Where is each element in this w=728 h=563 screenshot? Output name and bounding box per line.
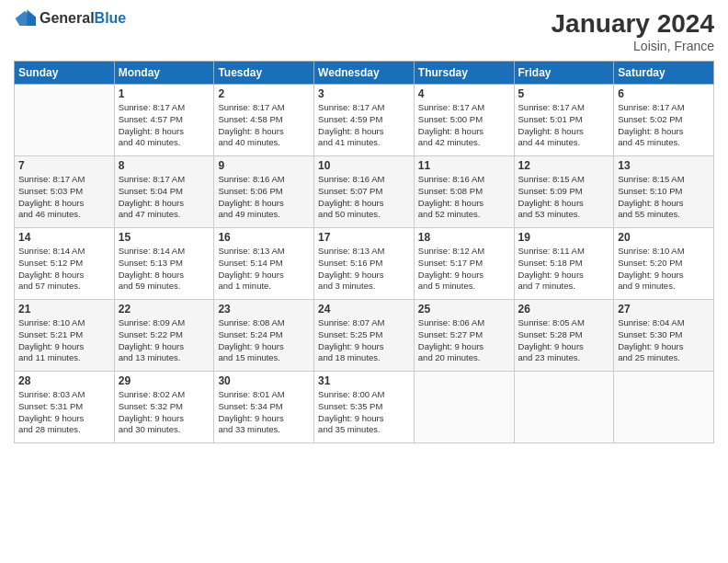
- day-detail: and 3 minutes.: [318, 281, 410, 293]
- day-detail: and 53 minutes.: [518, 209, 610, 221]
- day-detail: Sunset: 5:31 PM: [18, 401, 110, 413]
- day-detail: Sunset: 5:30 PM: [618, 329, 710, 341]
- day-detail: Sunrise: 8:06 AM: [418, 317, 510, 329]
- title-area: January 2024 Loisin, France: [552, 9, 714, 53]
- day-detail: Sunrise: 8:10 AM: [18, 317, 110, 329]
- day-detail: Daylight: 9 hours: [318, 341, 410, 353]
- day-info: Sunrise: 8:17 AMSunset: 5:01 PMDaylight:…: [518, 102, 610, 149]
- day-detail: Sunrise: 8:01 AM: [218, 389, 310, 401]
- day-cell: 18Sunrise: 8:12 AMSunset: 5:17 PMDayligh…: [414, 228, 514, 300]
- day-info: Sunrise: 8:16 AMSunset: 5:08 PMDaylight:…: [418, 174, 510, 221]
- day-number: 12: [518, 159, 610, 172]
- day-info: Sunrise: 8:17 AMSunset: 4:59 PMDaylight:…: [318, 102, 410, 149]
- day-detail: Sunrise: 8:11 AM: [518, 246, 610, 258]
- day-cell: [414, 372, 514, 443]
- day-detail: Sunset: 5:32 PM: [119, 401, 210, 413]
- day-detail: and 33 minutes.: [218, 424, 310, 436]
- day-detail: Sunrise: 8:13 AM: [318, 246, 410, 258]
- day-cell: 14Sunrise: 8:14 AMSunset: 5:12 PMDayligh…: [15, 228, 115, 300]
- day-detail: and 49 minutes.: [218, 209, 310, 221]
- day-detail: and 30 minutes.: [119, 424, 210, 436]
- day-info: Sunrise: 8:13 AMSunset: 5:14 PMDaylight:…: [218, 246, 310, 293]
- day-info: Sunrise: 8:14 AMSunset: 5:12 PMDaylight:…: [18, 246, 110, 293]
- day-info: Sunrise: 8:03 AMSunset: 5:31 PMDaylight:…: [18, 389, 110, 436]
- day-info: Sunrise: 8:05 AMSunset: 5:28 PMDaylight:…: [518, 317, 610, 364]
- day-detail: Sunrise: 8:17 AM: [18, 174, 110, 186]
- day-detail: Sunset: 5:07 PM: [318, 186, 410, 198]
- day-cell: 21Sunrise: 8:10 AMSunset: 5:21 PMDayligh…: [15, 300, 115, 372]
- day-cell: 4Sunrise: 8:17 AMSunset: 5:00 PMDaylight…: [414, 85, 514, 156]
- day-info: Sunrise: 8:15 AMSunset: 5:10 PMDaylight:…: [618, 174, 710, 221]
- day-detail: and 46 minutes.: [18, 209, 110, 221]
- day-detail: Daylight: 8 hours: [418, 198, 510, 210]
- day-cell: 23Sunrise: 8:08 AMSunset: 5:24 PMDayligh…: [214, 300, 314, 372]
- day-detail: and 57 minutes.: [18, 281, 110, 293]
- day-info: Sunrise: 8:09 AMSunset: 5:22 PMDaylight:…: [119, 317, 210, 364]
- day-detail: Sunrise: 8:09 AM: [119, 317, 210, 329]
- day-detail: Daylight: 8 hours: [218, 126, 310, 138]
- calendar-subtitle: Loisin, France: [552, 39, 714, 53]
- day-detail: Sunrise: 8:17 AM: [218, 102, 310, 114]
- day-detail: Daylight: 9 hours: [18, 413, 110, 425]
- day-detail: Sunset: 5:18 PM: [518, 258, 610, 270]
- day-detail: Daylight: 9 hours: [18, 341, 110, 353]
- day-cell: 27Sunrise: 8:04 AMSunset: 5:30 PMDayligh…: [614, 300, 714, 372]
- day-detail: Sunset: 5:06 PM: [218, 186, 310, 198]
- col-header-thursday: Thursday: [414, 62, 514, 85]
- day-detail: Sunset: 5:34 PM: [218, 401, 310, 413]
- day-detail: Sunset: 5:10 PM: [618, 186, 710, 198]
- day-detail: and 35 minutes.: [318, 424, 410, 436]
- day-number: 20: [618, 231, 710, 244]
- day-detail: Daylight: 9 hours: [218, 341, 310, 353]
- day-cell: 29Sunrise: 8:02 AMSunset: 5:32 PMDayligh…: [114, 372, 214, 443]
- day-detail: Sunrise: 8:02 AM: [119, 389, 210, 401]
- day-detail: Sunset: 5:08 PM: [418, 186, 510, 198]
- day-detail: Sunset: 4:59 PM: [318, 114, 410, 126]
- day-info: Sunrise: 8:12 AMSunset: 5:17 PMDaylight:…: [418, 246, 510, 293]
- day-info: Sunrise: 8:17 AMSunset: 4:58 PMDaylight:…: [218, 102, 310, 149]
- day-number: 31: [318, 374, 410, 387]
- day-cell: 17Sunrise: 8:13 AMSunset: 5:16 PMDayligh…: [314, 228, 415, 300]
- day-detail: Sunset: 5:01 PM: [518, 114, 610, 126]
- day-number: 8: [119, 159, 210, 172]
- logo-icon: [14, 9, 36, 28]
- day-detail: Sunset: 5:21 PM: [18, 329, 110, 341]
- day-detail: Daylight: 9 hours: [618, 341, 710, 353]
- day-number: 22: [119, 303, 210, 316]
- day-detail: Sunset: 4:57 PM: [119, 114, 210, 126]
- day-detail: and 5 minutes.: [418, 281, 510, 293]
- day-detail: Sunrise: 8:15 AM: [518, 174, 610, 186]
- day-detail: and 9 minutes.: [618, 281, 710, 293]
- day-detail: Daylight: 8 hours: [618, 126, 710, 138]
- day-detail: Sunrise: 8:17 AM: [318, 102, 410, 114]
- day-detail: Sunrise: 8:04 AM: [618, 317, 710, 329]
- day-detail: and 15 minutes.: [218, 352, 310, 364]
- day-detail: and 25 minutes.: [618, 352, 710, 364]
- day-cell: 9Sunrise: 8:16 AMSunset: 5:06 PMDaylight…: [214, 156, 314, 228]
- day-detail: Sunset: 5:03 PM: [18, 186, 110, 198]
- day-number: 5: [518, 87, 610, 100]
- day-detail: Sunset: 5:00 PM: [418, 114, 510, 126]
- day-cell: 3Sunrise: 8:17 AMSunset: 4:59 PMDaylight…: [314, 85, 415, 156]
- day-detail: Sunrise: 8:17 AM: [418, 102, 510, 114]
- logo: GeneralBlue: [14, 9, 126, 28]
- day-detail: Sunrise: 8:05 AM: [518, 317, 610, 329]
- day-cell: 31Sunrise: 8:00 AMSunset: 5:35 PMDayligh…: [314, 372, 415, 443]
- day-cell: 7Sunrise: 8:17 AMSunset: 5:03 PMDaylight…: [15, 156, 115, 228]
- day-detail: and 23 minutes.: [518, 352, 610, 364]
- day-number: 25: [418, 303, 510, 316]
- day-number: 27: [618, 303, 710, 316]
- day-number: 9: [218, 159, 310, 172]
- day-info: Sunrise: 8:17 AMSunset: 5:03 PMDaylight:…: [18, 174, 110, 221]
- day-detail: Sunset: 5:12 PM: [18, 258, 110, 270]
- day-number: 23: [218, 303, 310, 316]
- day-number: 7: [18, 159, 110, 172]
- day-number: 19: [518, 231, 610, 244]
- day-detail: Sunrise: 8:16 AM: [318, 174, 410, 186]
- day-detail: Sunset: 5:13 PM: [119, 258, 210, 270]
- day-detail: Sunset: 5:09 PM: [518, 186, 610, 198]
- day-cell: 2Sunrise: 8:17 AMSunset: 4:58 PMDaylight…: [214, 85, 314, 156]
- day-number: 16: [218, 231, 310, 244]
- day-info: Sunrise: 8:04 AMSunset: 5:30 PMDaylight:…: [618, 317, 710, 364]
- day-detail: Daylight: 8 hours: [418, 126, 510, 138]
